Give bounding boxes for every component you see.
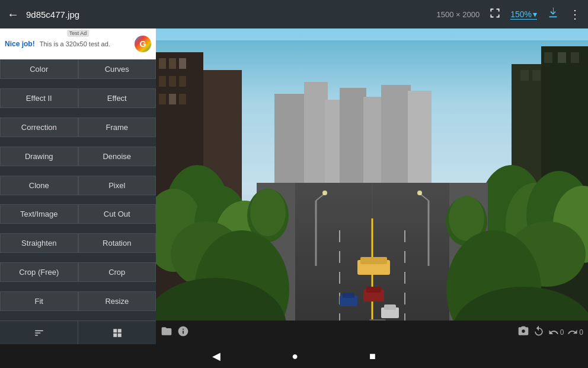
ad-text: This is a 320x50 test ad. [40, 40, 130, 47]
image-area: 0 0 [156, 28, 588, 344]
svg-rect-21 [408, 91, 432, 195]
svg-rect-26 [544, 52, 552, 63]
tool-correction[interactable]: Correction [0, 118, 78, 137]
image-bottom-bar: 0 0 [156, 321, 588, 344]
top-bar-right: 1500 × 2000 150% ▾ ⋮ [437, 7, 581, 23]
svg-rect-15 [274, 94, 307, 195]
svg-rect-13 [169, 94, 176, 104]
svg-rect-10 [169, 76, 176, 87]
undo-count: 0 [560, 328, 564, 337]
tool-resize[interactable]: Resize [78, 291, 156, 311]
svg-rect-7 [169, 58, 176, 69]
svg-rect-24 [520, 70, 529, 81]
back-button[interactable]: ← [7, 8, 19, 21]
image-file-actions [161, 325, 189, 340]
bottom-navigation: ◀ ● ■ [12, 350, 576, 363]
svg-point-68 [322, 191, 327, 195]
main-content: Test Ad Nice job! This is a 320x50 test … [0, 28, 588, 344]
download-button[interactable] [547, 7, 560, 23]
tool-crop[interactable]: Crop [78, 262, 156, 282]
tool-rotation[interactable]: Rotation [78, 233, 156, 253]
ad-logo: G [135, 36, 151, 52]
svg-rect-27 [558, 52, 566, 63]
tool-denoise[interactable]: Denoise [78, 147, 156, 166]
folder-button[interactable] [161, 325, 172, 340]
svg-rect-20 [381, 85, 411, 195]
filename-label: 9d85c477.jpg [26, 9, 79, 20]
info-button[interactable] [177, 325, 189, 340]
ad-banner: Test Ad Nice job! This is a 320x50 test … [0, 28, 156, 59]
svg-rect-53 [343, 293, 354, 298]
fullscreen-button[interactable] [489, 7, 501, 22]
tool-frame[interactable]: Frame [78, 118, 156, 137]
zoom-chevron-icon: ▾ [533, 9, 537, 19]
view-button[interactable] [78, 321, 156, 344]
image-right-actions: 0 0 [517, 325, 583, 340]
tool-straighten[interactable]: Straighten [0, 233, 78, 253]
svg-rect-16 [304, 82, 328, 195]
svg-rect-14 [179, 94, 186, 104]
ad-nice-job: Nice job! [5, 40, 35, 48]
tool-crop-free[interactable]: Crop (Free) [0, 262, 78, 282]
svg-rect-28 [571, 52, 579, 63]
ad-badge: Test Ad [67, 30, 90, 37]
tools-grid: Color Curves Effect II Effect Correction… [0, 59, 156, 321]
tool-curves[interactable]: Curves [78, 59, 156, 79]
tool-drawing[interactable]: Drawing [0, 147, 78, 166]
svg-rect-9 [159, 76, 166, 87]
tool-effect[interactable]: Effect [78, 88, 156, 108]
zoom-value: 150% [510, 9, 532, 19]
back-nav-button[interactable]: ◀ [177, 350, 256, 363]
undo-control[interactable]: 0 [548, 327, 564, 338]
camera-button[interactable] [517, 325, 529, 340]
tool-clone[interactable]: Clone [0, 176, 78, 195]
city-image [156, 28, 588, 344]
svg-rect-25 [532, 70, 541, 81]
rotate-button[interactable] [533, 325, 545, 340]
svg-point-71 [417, 191, 422, 195]
left-bottom-toolbar [0, 321, 156, 344]
sort-button[interactable] [0, 321, 78, 344]
svg-rect-18 [340, 88, 366, 195]
svg-rect-49 [366, 287, 381, 293]
redo-control[interactable]: 0 [567, 327, 583, 338]
home-nav-button[interactable]: ● [256, 350, 334, 363]
svg-rect-12 [159, 94, 166, 104]
left-panel: Test Ad Nice job! This is a 320x50 test … [0, 28, 156, 344]
tool-color[interactable]: Color [0, 59, 78, 79]
zoom-control[interactable]: 150% ▾ [510, 9, 537, 20]
bottom-nav-bar: ◀ ● ■ [0, 344, 588, 368]
svg-rect-19 [363, 97, 384, 195]
svg-rect-47 [360, 257, 387, 264]
redo-count: 0 [579, 328, 583, 337]
tool-pixel[interactable]: Pixel [78, 176, 156, 195]
tool-effect-ii[interactable]: Effect II [0, 88, 78, 108]
recents-nav-button[interactable]: ■ [334, 350, 411, 363]
svg-point-58 [250, 189, 286, 236]
svg-rect-8 [179, 58, 186, 69]
top-bar: ← 9d85c477.jpg 1500 × 2000 150% ▾ ⋮ [0, 0, 588, 28]
tool-cut-out[interactable]: Cut Out [78, 204, 156, 224]
top-bar-left: ← 9d85c477.jpg [7, 8, 430, 21]
svg-rect-11 [179, 76, 186, 87]
dimensions-label: 1500 × 2000 [437, 10, 480, 19]
tool-text-image[interactable]: Text/Image [0, 204, 78, 224]
more-button[interactable]: ⋮ [569, 7, 581, 21]
tool-fit[interactable]: Fit [0, 291, 78, 311]
svg-rect-51 [384, 304, 396, 310]
svg-rect-6 [159, 58, 166, 69]
